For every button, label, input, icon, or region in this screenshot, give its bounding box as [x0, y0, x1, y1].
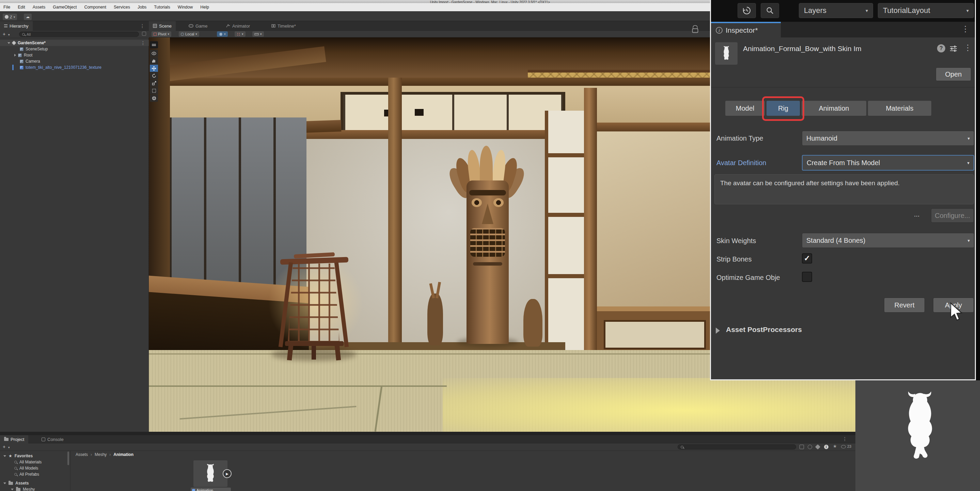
- layout-dropdown[interactable]: TutorialLayout ▾: [878, 3, 974, 18]
- eye-icon[interactable]: [841, 445, 846, 448]
- layers-dropdown[interactable]: Layers ▾: [799, 3, 873, 18]
- menu-item-component[interactable]: Component: [84, 5, 106, 10]
- animation-type-dropdown[interactable]: Humanoid ▾: [802, 131, 974, 146]
- search-by-label-icon[interactable]: [815, 444, 821, 450]
- strip-bones-label: Strip Bones: [716, 255, 751, 263]
- asset-label[interactable]: Animation...: [191, 488, 231, 491]
- pivot-icon: [154, 33, 157, 36]
- kebab-menu-icon[interactable]: ⋮: [140, 24, 145, 28]
- folder-meshy[interactable]: Meshy: [11, 486, 35, 491]
- project-tab-label: Project: [11, 437, 24, 442]
- menu-item-services[interactable]: Services: [114, 5, 130, 10]
- breadcrumb-assets[interactable]: Assets: [76, 452, 88, 457]
- menu-item-assets[interactable]: Assets: [33, 5, 46, 10]
- menu-item-jobs[interactable]: Jobs: [138, 5, 146, 10]
- check-icon: ✓: [804, 255, 810, 262]
- configure-button[interactable]: Configure...: [931, 208, 974, 223]
- tab-console[interactable]: Console: [37, 435, 68, 443]
- scale-tool-button[interactable]: [150, 79, 158, 87]
- tab-project[interactable]: Project: [0, 435, 28, 443]
- open-button[interactable]: Open: [936, 67, 971, 81]
- optimize-game-objects-checkbox[interactable]: [802, 272, 812, 282]
- tab-hierarchy[interactable]: Hierarchy: [0, 21, 33, 31]
- help-icon[interactable]: ?: [937, 44, 945, 52]
- tab-scene[interactable]: Scene: [149, 21, 176, 31]
- favorites-filter-icon[interactable]: ★: [833, 444, 837, 449]
- kebab-menu-icon[interactable]: ⋮: [961, 25, 969, 33]
- skin-weights-dropdown[interactable]: Standard (4 Bones) ▾: [802, 233, 974, 248]
- global-search-button[interactable]: [761, 3, 779, 18]
- hierarchy-item-root[interactable]: Root: [14, 52, 32, 58]
- presets-icon[interactable]: [949, 45, 958, 52]
- transform-tool-button[interactable]: [150, 95, 158, 102]
- hierarchy-item-gardenscene[interactable]: GardenScene* ⋮: [0, 40, 149, 46]
- create-asset-button[interactable]: +: [3, 444, 5, 450]
- asset-play-button[interactable]: ▶: [223, 469, 232, 478]
- foldout-closed-icon[interactable]: [716, 327, 720, 334]
- folder-assets[interactable]: Assets: [3, 480, 29, 486]
- search-by-type-icon[interactable]: [808, 445, 812, 449]
- foldout-closed-icon[interactable]: [14, 54, 16, 57]
- favorites-item-all-models[interactable]: All Models: [14, 465, 38, 471]
- overlay-handle[interactable]: [150, 41, 158, 48]
- foldout-open-icon[interactable]: [8, 42, 10, 44]
- info-icon[interactable]: i: [824, 445, 829, 449]
- tab-materials[interactable]: Materials: [868, 101, 931, 116]
- kebab-menu-icon[interactable]: ⋮: [964, 44, 972, 52]
- project-search-input[interactable]: [678, 444, 796, 450]
- rect-tool-button[interactable]: [150, 87, 158, 94]
- tab-timeline[interactable]: Timeline*: [267, 21, 300, 31]
- hierarchy-item-totem[interactable]: totem_tiki_alto_nive_1210071236_texture: [20, 64, 102, 70]
- move-tool-button[interactable]: [150, 65, 158, 72]
- hierarchy-item-camera[interactable]: Camera: [20, 58, 40, 64]
- local-label: Local: [185, 32, 194, 36]
- tab-animator[interactable]: Animator: [222, 21, 254, 31]
- asset-postprocessors-foldout[interactable]: Asset PostProcessors: [726, 326, 802, 334]
- search-in-assets-icon[interactable]: [800, 445, 804, 449]
- tab-animation[interactable]: Animation: [802, 101, 866, 116]
- chevron-down-icon: ▾: [967, 160, 969, 165]
- avatar-more-button[interactable]: ...: [914, 210, 920, 218]
- snap-increment-toggle[interactable]: ▾: [235, 31, 245, 37]
- hand-tool-button[interactable]: [150, 57, 158, 64]
- tool-settings-toggle[interactable]: ▾: [252, 31, 264, 37]
- hierarchy-search-input[interactable]: All: [19, 32, 139, 37]
- breadcrumb-meshy[interactable]: Meshy: [95, 452, 107, 457]
- hierarchy-item-scenesetup[interactable]: SceneSetup: [20, 46, 48, 52]
- account-button[interactable]: Z ▾: [3, 14, 17, 20]
- tab-game[interactable]: Game: [185, 21, 212, 31]
- rotate-tool-button[interactable]: [150, 72, 158, 79]
- tree-scrollbar[interactable]: [67, 451, 69, 465]
- pivot-toggle[interactable]: Pivot ▾: [151, 31, 171, 37]
- undo-history-button[interactable]: [738, 3, 756, 18]
- cloud-services-button[interactable]: ☁: [24, 14, 32, 20]
- favorites-foldout[interactable]: ★ Favorites: [3, 453, 33, 459]
- menu-item-gameobject[interactable]: GameObject: [53, 5, 76, 10]
- menu-item-file[interactable]: File: [3, 5, 10, 10]
- strip-bones-checkbox[interactable]: ✓: [802, 253, 812, 264]
- tab-model[interactable]: Model: [725, 101, 765, 116]
- favorites-item-all-prefabs[interactable]: All Prefabs: [14, 471, 39, 477]
- kebab-menu-icon[interactable]: ⋮: [141, 41, 145, 45]
- breadcrumb-animation[interactable]: Animation: [113, 452, 134, 457]
- menu-item-help[interactable]: Help: [200, 5, 209, 10]
- menu-item-edit[interactable]: Edit: [18, 5, 25, 10]
- tab-inspector[interactable]: i Inspector*: [711, 22, 781, 37]
- search-options-icon[interactable]: [142, 32, 146, 36]
- grid-snap-toggle[interactable]: ▾: [217, 31, 228, 37]
- menu-item-window[interactable]: Window: [178, 5, 193, 10]
- asset-thumbnail[interactable]: ▶: [193, 460, 228, 487]
- menu-item-tutorials[interactable]: Tutorials: [154, 5, 170, 10]
- avatar-definition-dropdown[interactable]: Create From This Model ▾: [802, 155, 974, 171]
- local-toggle[interactable]: Local ▾: [179, 31, 199, 37]
- create-asset-caret-icon[interactable]: ▾: [8, 446, 10, 449]
- kebab-menu-icon[interactable]: ⋮: [842, 437, 847, 441]
- favorites-item-all-materials[interactable]: All Materials: [14, 459, 41, 465]
- view-tool-button[interactable]: [150, 50, 158, 57]
- add-object-caret-icon[interactable]: ▾: [8, 33, 10, 37]
- lock-icon[interactable]: [692, 29, 698, 33]
- animation-type-label: Animation Type: [716, 135, 764, 142]
- add-object-button[interactable]: +: [3, 31, 5, 37]
- revert-button[interactable]: Revert: [884, 297, 925, 313]
- panel-divider[interactable]: [0, 432, 980, 435]
